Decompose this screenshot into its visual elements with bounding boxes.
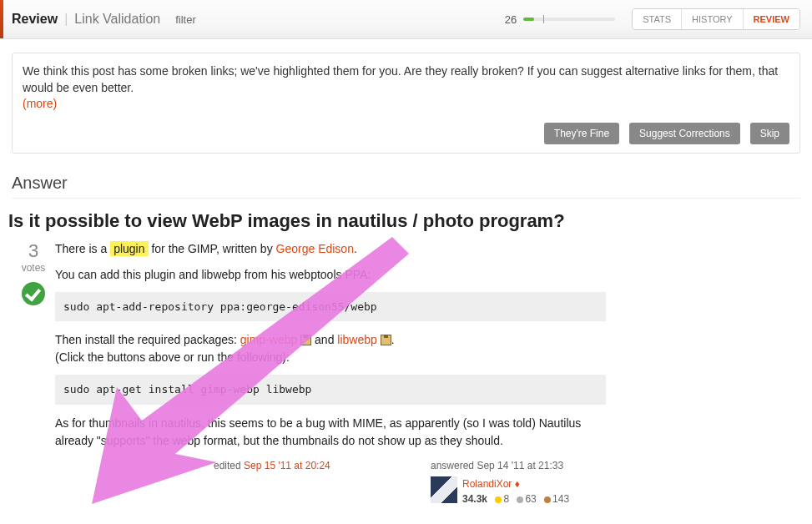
code-block-2: sudo apt-get install gimp-webp libwebp [55,375,606,405]
filter-link[interactable]: filter [175,13,196,26]
question-title[interactable]: Is it possible to view WebP images in na… [8,210,800,232]
answer-p1: There is a plugin for the GIMP, written … [55,240,606,258]
progress-count: 26 [505,13,517,26]
pkg-link-libwebp[interactable]: libwebp [337,333,376,346]
notice-actions: They're Fine Suggest Corrections Skip [23,123,789,144]
progress-indicator: 26 [505,13,615,26]
history-button[interactable]: HISTORY [681,9,743,29]
moderator-diamond-icon: ♦ [515,478,520,490]
bronze-badge-count: 143 [552,493,569,505]
vote-label: votes [12,262,55,274]
answered-action: answered Sep 14 '11 at 21:33 [431,458,606,473]
progress-marker [543,15,544,23]
answered-card: answered Sep 14 '11 at 21:33 RolandiXor … [431,458,606,506]
answer-content: There is a plugin for the GIMP, written … [55,240,606,506]
highlighted-link-plugin[interactable]: plugin [110,241,148,256]
reputation: 34.3k [462,493,487,505]
answerer-username[interactable]: RolandiXor [462,478,512,490]
accepted-check-icon [22,282,45,305]
theyre-fine-button[interactable]: They're Fine [544,123,619,144]
progress-fill [523,18,534,21]
edited-action: edited Sep 15 '11 at 20:24 [214,458,389,473]
progress-track [523,18,615,21]
page-title-queue: Link Validation [74,12,160,27]
avatar[interactable] [431,476,457,503]
skip-button[interactable]: Skip [750,123,789,144]
review-button[interactable]: REVIEW [743,9,799,29]
bronze-badge-icon [544,496,551,503]
edited-card: edited Sep 15 '11 at 20:24 [214,458,389,506]
view-toggle-group: STATS HISTORY REVIEW [632,8,800,30]
title-divider: | [64,12,68,27]
code-block-1: sudo apt-add-repository ppa:george-ediso… [55,292,606,322]
vote-count: 3 [12,240,55,262]
answer-p2: You can add this plugin and libwebp from… [55,266,606,284]
answer-body: 3 votes There is a plugin for the GIMP, … [12,240,800,506]
package-icon[interactable] [381,335,391,345]
notice-more-link[interactable]: (more) [23,97,57,110]
suggest-corrections-button[interactable]: Suggest Corrections [629,123,740,144]
answerer-info: RolandiXor ♦ 34.3k 8 63 143 [431,476,606,506]
answered-date: Sep 14 '11 at 21:33 [477,460,563,471]
gold-badge-count: 8 [503,493,509,505]
review-notice-card: We think this post has some broken links… [12,53,800,154]
review-topbar: Review | Link Validation filter 26 STATS… [0,0,812,39]
vote-column: 3 votes [12,240,55,506]
silver-badge-count: 63 [525,493,536,505]
answer-p5: As for thumbnails in nautilus, this seem… [55,415,606,450]
package-icon[interactable] [300,335,311,345]
silver-badge-icon [517,496,523,503]
author-link[interactable]: George Edison [276,242,354,255]
pkg-link-gimp-webp[interactable]: gimp-webp [240,333,297,346]
stats-button[interactable]: STATS [633,9,681,29]
edited-date-link[interactable]: Sep 15 '11 at 20:24 [244,460,330,471]
answer-p3: Then install the required packages: gimp… [55,331,606,366]
answer-p4: (Click the buttons above or run the foll… [55,350,290,364]
page-title-review: Review [12,12,58,27]
user-cards-row: edited Sep 15 '11 at 20:24 answered Sep … [55,458,606,506]
notice-text: We think this post has some broken links… [23,63,789,113]
notice-body: We think this post has some broken links… [23,64,778,94]
answer-section-header: Answer [12,174,800,199]
gold-badge-icon [495,496,502,503]
